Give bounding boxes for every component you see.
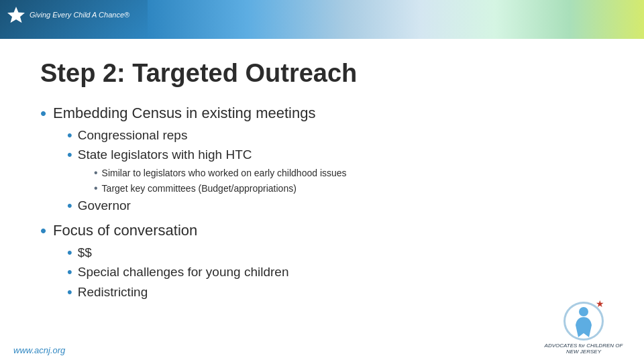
bullet-governor: • Governor	[67, 198, 604, 215]
bullet-state-legislators: • State legislators with high HTC	[67, 147, 604, 164]
advocates-circle: ★	[564, 302, 604, 341]
bullet-governor-text: Governor	[78, 198, 131, 215]
logo-area: Giving Every Child A Chance®	[7, 5, 129, 24]
bullet-similar: • Similar to legislators who worked on e…	[94, 167, 604, 179]
bullet-dot-1-3: •	[67, 198, 72, 214]
advocates-figure-icon	[570, 305, 597, 337]
top-banner: Giving Every Child A Chance®	[0, 0, 644, 39]
bullet-state-legislators-text: State legislators with high HTC	[78, 147, 252, 164]
bullet-dot-2: •	[40, 221, 46, 241]
bullet-dot-1: •	[40, 104, 46, 123]
svg-point-1	[579, 307, 588, 316]
bullet-similar-text: Similar to legislators who worked on ear…	[102, 167, 347, 179]
advocates-text: ADVOCATES for CHILDREN OF NEW JERSEY	[543, 343, 624, 355]
bullet-dot-1-2: •	[67, 147, 72, 163]
bullet-focus: • Focus of conversation	[40, 221, 604, 241]
slide-title: Step 2: Targeted Outreach	[40, 59, 604, 88]
bullet-dot-1-1: •	[67, 127, 72, 143]
banner-gradient	[148, 0, 644, 39]
advocates-star-icon: ★	[596, 298, 604, 309]
bullet-dot-2-1: •	[67, 245, 72, 261]
bullet-congressional-text: Congressional reps	[78, 127, 188, 144]
main-content: Step 2: Targeted Outreach • Embedding Ce…	[0, 39, 644, 321]
star-icon	[7, 5, 25, 24]
bullet-congressional: • Congressional reps	[67, 127, 604, 144]
bullet-focus-text: Focus of conversation	[53, 221, 197, 241]
advocates-logo: ★ ADVOCATES for CHILDREN OF NEW JERSEY	[543, 302, 624, 355]
bullet-special-challenges-text: Special challenges for young children	[78, 264, 289, 281]
bullet-embedding-text: Embedding Census in existing meetings	[53, 104, 315, 123]
bullet-dot-2-3: •	[67, 284, 72, 300]
banner-blue: Giving Every Child A Chance®	[0, 0, 148, 39]
bullet-target-text: Target key committees (Budget/appropriat…	[102, 182, 297, 194]
bullet-money-text: $$	[78, 245, 92, 261]
bullet-embedding: • Embedding Census in existing meetings	[40, 104, 604, 123]
bullet-target: • Target key committees (Budget/appropri…	[94, 182, 604, 194]
bullet-dot-2-2: •	[67, 264, 72, 280]
logo-tagline: Giving Every Child A Chance®	[30, 10, 129, 19]
bullet-dot-1-2-2: •	[94, 182, 98, 194]
website-url: www.acnj.org	[13, 345, 65, 355]
svg-marker-0	[7, 7, 25, 23]
bullet-special-challenges: • Special challenges for young children	[67, 264, 604, 281]
bullet-money: • $$	[67, 245, 604, 261]
bullet-redistricting: • Redistricting	[67, 284, 604, 301]
bullet-dot-1-2-1: •	[94, 167, 98, 179]
bullet-redistricting-text: Redistricting	[78, 284, 148, 301]
